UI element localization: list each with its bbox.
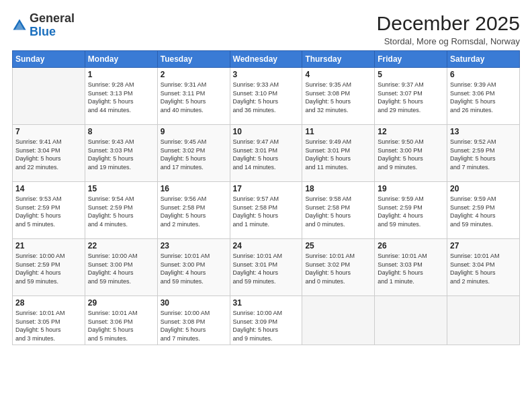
day-number: 7 <box>15 127 82 136</box>
day-info: Sunrise: 10:01 AM Sunset: 3:04 PM Daylig… <box>450 252 517 285</box>
day-number: 15 <box>88 184 154 193</box>
calendar-cell <box>302 296 375 345</box>
day-number: 2 <box>161 70 227 79</box>
day-number: 24 <box>233 241 300 250</box>
day-info: Sunrise: 10:01 AM Sunset: 3:05 PM Daylig… <box>15 309 82 342</box>
day-number: 27 <box>450 241 517 250</box>
calendar-cell <box>447 296 520 345</box>
day-number: 1 <box>88 70 154 79</box>
logo-blue: Blue <box>30 25 56 38</box>
calendar-cell: 27Sunrise: 10:01 AM Sunset: 3:04 PM Dayl… <box>447 239 520 296</box>
col-sunday: Sunday <box>13 51 85 68</box>
day-info: Sunrise: 10:01 AM Sunset: 3:01 PM Daylig… <box>233 252 300 285</box>
day-number: 17 <box>233 184 300 193</box>
day-info: Sunrise: 9:59 AM Sunset: 2:59 PM Dayligh… <box>450 195 517 228</box>
calendar-week-4: 21Sunrise: 10:00 AM Sunset: 2:59 PM Dayl… <box>13 239 520 296</box>
day-info: Sunrise: 9:47 AM Sunset: 3:01 PM Dayligh… <box>233 138 300 171</box>
header-row: Sunday Monday Tuesday Wednesday Thursday… <box>13 51 520 68</box>
calendar-cell: 13Sunrise: 9:52 AM Sunset: 2:59 PM Dayli… <box>447 125 520 182</box>
day-number: 29 <box>88 298 154 308</box>
col-monday: Monday <box>85 51 157 68</box>
day-number: 9 <box>161 127 227 136</box>
calendar-cell: 5Sunrise: 9:37 AM Sunset: 3:07 PM Daylig… <box>375 68 447 125</box>
calendar-cell: 6Sunrise: 9:39 AM Sunset: 3:06 PM Daylig… <box>447 68 520 125</box>
calendar-cell: 7Sunrise: 9:41 AM Sunset: 3:04 PM Daylig… <box>13 125 85 182</box>
calendar-cell: 29Sunrise: 10:01 AM Sunset: 3:06 PM Dayl… <box>85 296 157 345</box>
calendar-table: Sunday Monday Tuesday Wednesday Thursday… <box>12 50 520 345</box>
day-info: Sunrise: 9:35 AM Sunset: 3:08 PM Dayligh… <box>305 81 371 114</box>
calendar-cell: 20Sunrise: 9:59 AM Sunset: 2:59 PM Dayli… <box>447 182 520 239</box>
day-info: Sunrise: 10:00 AM Sunset: 3:09 PM Daylig… <box>233 309 300 342</box>
day-number: 23 <box>161 241 227 250</box>
day-info: Sunrise: 10:00 AM Sunset: 3:08 PM Daylig… <box>161 309 227 342</box>
calendar-cell: 15Sunrise: 9:54 AM Sunset: 2:59 PM Dayli… <box>85 182 157 239</box>
calendar-cell: 25Sunrise: 10:01 AM Sunset: 3:02 PM Dayl… <box>302 239 375 296</box>
day-number: 30 <box>161 298 227 308</box>
day-info: Sunrise: 9:53 AM Sunset: 2:59 PM Dayligh… <box>15 195 82 228</box>
logo-icon <box>12 18 27 33</box>
day-number: 5 <box>378 70 444 79</box>
day-number: 21 <box>15 241 82 250</box>
day-number: 22 <box>88 241 154 250</box>
day-number: 28 <box>15 298 82 308</box>
calendar-cell: 21Sunrise: 10:00 AM Sunset: 2:59 PM Dayl… <box>13 239 85 296</box>
calendar-cell: 4Sunrise: 9:35 AM Sunset: 3:08 PM Daylig… <box>302 68 375 125</box>
logo: General Blue <box>12 12 75 39</box>
calendar-cell: 12Sunrise: 9:50 AM Sunset: 3:00 PM Dayli… <box>375 125 447 182</box>
day-info: Sunrise: 9:52 AM Sunset: 2:59 PM Dayligh… <box>450 138 517 171</box>
day-info: Sunrise: 9:54 AM Sunset: 2:59 PM Dayligh… <box>88 195 154 228</box>
day-info: Sunrise: 9:57 AM Sunset: 2:58 PM Dayligh… <box>233 195 300 228</box>
calendar-cell: 26Sunrise: 10:01 AM Sunset: 3:03 PM Dayl… <box>375 239 447 296</box>
calendar-cell: 1Sunrise: 9:28 AM Sunset: 3:13 PM Daylig… <box>85 68 157 125</box>
day-number: 18 <box>305 184 371 193</box>
day-number: 26 <box>378 241 444 250</box>
location-subtitle: Stordal, More og Romsdal, Norway <box>377 36 520 46</box>
calendar-cell: 17Sunrise: 9:57 AM Sunset: 2:58 PM Dayli… <box>230 182 302 239</box>
logo-general: General <box>30 11 75 25</box>
calendar-cell: 2Sunrise: 9:31 AM Sunset: 3:11 PM Daylig… <box>157 68 230 125</box>
title-section: December 2025 Stordal, More og Romsdal, … <box>377 12 520 46</box>
day-number: 11 <box>305 127 371 136</box>
logo-text: General Blue <box>30 12 75 39</box>
col-wednesday: Wednesday <box>230 51 302 68</box>
day-number: 19 <box>378 184 444 193</box>
col-tuesday: Tuesday <box>157 51 230 68</box>
day-number: 16 <box>161 184 227 193</box>
day-number: 12 <box>378 127 444 136</box>
day-info: Sunrise: 9:59 AM Sunset: 2:59 PM Dayligh… <box>378 195 444 228</box>
calendar-cell: 10Sunrise: 9:47 AM Sunset: 3:01 PM Dayli… <box>230 125 302 182</box>
calendar-week-2: 7Sunrise: 9:41 AM Sunset: 3:04 PM Daylig… <box>13 125 520 182</box>
calendar-cell: 14Sunrise: 9:53 AM Sunset: 2:59 PM Dayli… <box>13 182 85 239</box>
day-info: Sunrise: 10:00 AM Sunset: 3:00 PM Daylig… <box>88 252 154 285</box>
calendar-cell: 24Sunrise: 10:01 AM Sunset: 3:01 PM Dayl… <box>230 239 302 296</box>
day-info: Sunrise: 9:58 AM Sunset: 2:58 PM Dayligh… <box>305 195 371 228</box>
day-info: Sunrise: 9:39 AM Sunset: 3:06 PM Dayligh… <box>450 81 517 114</box>
calendar-cell <box>13 68 85 125</box>
calendar-cell: 28Sunrise: 10:01 AM Sunset: 3:05 PM Dayl… <box>13 296 85 345</box>
day-number: 3 <box>233 70 300 79</box>
calendar-cell: 9Sunrise: 9:45 AM Sunset: 3:02 PM Daylig… <box>157 125 230 182</box>
calendar-cell: 3Sunrise: 9:33 AM Sunset: 3:10 PM Daylig… <box>230 68 302 125</box>
header: General Blue December 2025 Stordal, More… <box>12 12 520 46</box>
day-info: Sunrise: 9:28 AM Sunset: 3:13 PM Dayligh… <box>88 81 154 114</box>
day-number: 31 <box>233 298 300 308</box>
day-info: Sunrise: 10:00 AM Sunset: 2:59 PM Daylig… <box>15 252 82 285</box>
day-info: Sunrise: 10:01 AM Sunset: 3:02 PM Daylig… <box>305 252 371 285</box>
day-number: 10 <box>233 127 300 136</box>
day-info: Sunrise: 10:01 AM Sunset: 3:03 PM Daylig… <box>378 252 444 285</box>
calendar-cell: 23Sunrise: 10:01 AM Sunset: 3:00 PM Dayl… <box>157 239 230 296</box>
calendar-cell: 8Sunrise: 9:43 AM Sunset: 3:03 PM Daylig… <box>85 125 157 182</box>
page: General Blue December 2025 Stordal, More… <box>0 0 532 411</box>
calendar-cell: 22Sunrise: 10:00 AM Sunset: 3:00 PM Dayl… <box>85 239 157 296</box>
calendar-cell: 30Sunrise: 10:00 AM Sunset: 3:08 PM Dayl… <box>157 296 230 345</box>
calendar-cell: 31Sunrise: 10:00 AM Sunset: 3:09 PM Dayl… <box>230 296 302 345</box>
day-info: Sunrise: 9:33 AM Sunset: 3:10 PM Dayligh… <box>233 81 300 114</box>
day-number: 13 <box>450 127 517 136</box>
col-thursday: Thursday <box>302 51 375 68</box>
day-info: Sunrise: 9:50 AM Sunset: 3:00 PM Dayligh… <box>378 138 444 171</box>
day-info: Sunrise: 9:49 AM Sunset: 3:01 PM Dayligh… <box>305 138 371 171</box>
calendar-cell: 19Sunrise: 9:59 AM Sunset: 2:59 PM Dayli… <box>375 182 447 239</box>
day-number: 25 <box>305 241 371 250</box>
day-info: Sunrise: 9:41 AM Sunset: 3:04 PM Dayligh… <box>15 138 82 171</box>
calendar-week-5: 28Sunrise: 10:01 AM Sunset: 3:05 PM Dayl… <box>13 296 520 345</box>
